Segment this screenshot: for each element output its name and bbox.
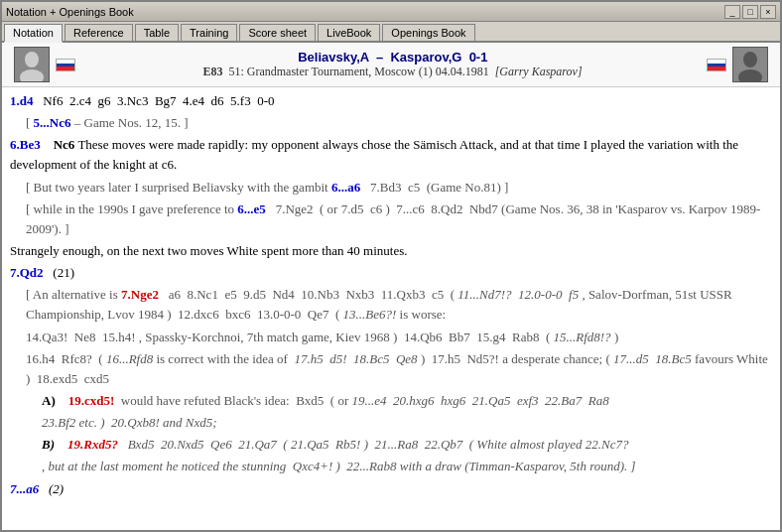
a-line: A) 19.cxd5! would have refuted Black's i… [42, 391, 772, 411]
note1: [ 5...Nc6 – Game Nos. 12, 15. ] [26, 113, 772, 133]
tab-training[interactable]: Training [181, 24, 237, 41]
window-controls: _ □ × [724, 5, 776, 19]
window-title: Notation + Openings Book [6, 6, 134, 18]
restore-button[interactable]: □ [742, 5, 758, 19]
svg-point-1 [25, 52, 39, 67]
game-header: Beliavsky,A – Kasparov,G 0-1 E83 51: Gra… [2, 43, 780, 87]
game-players: Beliavsky,A – Kasparov,G 0-1 [295, 50, 488, 65]
move7a-line: 7...a6 (2) [10, 479, 772, 499]
white-flag [56, 59, 75, 71]
a-line-cont: 23.Bf2 etc. ) 20.Qxb8! and Nxd5; [42, 413, 772, 433]
tab-livebook[interactable]: LiveBook [318, 24, 380, 41]
move7-line: 7.Qd2 (21) [10, 263, 772, 283]
svg-point-4 [743, 52, 757, 67]
close-button[interactable]: × [760, 5, 776, 19]
minimize-button[interactable]: _ [724, 5, 740, 19]
main-window: Notation + Openings Book _ □ × Notation … [0, 0, 782, 532]
var2-line: [ while in the 1990s I gave preference t… [26, 200, 772, 239]
tab-openingsbook[interactable]: Openings Book [382, 24, 474, 41]
game-header-center: Beliavsky,A – Kasparov,G 0-1 E83 51: Gra… [77, 50, 705, 79]
content-area: Beliavsky,A – Kasparov,G 0-1 E83 51: Gra… [2, 43, 780, 530]
var1-line: [ But two years later I surprised Beliav… [26, 178, 772, 198]
strangely-line: Strangely enough, on the next two moves … [10, 241, 772, 261]
alt-note-start: [ An alternative is 7.Nge2 a6 8.Nc1 e5 9… [26, 285, 772, 325]
black-avatar [732, 47, 768, 82]
move6-line: 6.Be3 Nc6 These moves were made rapidly:… [10, 135, 772, 175]
tab-notation[interactable]: Notation [4, 24, 63, 43]
tab-scoresheet[interactable]: Score sheet [239, 24, 316, 41]
tabs-bar: Notation Reference Table Training Score … [2, 22, 780, 43]
title-bar: Notation + Openings Book _ □ × [2, 2, 780, 22]
game-info: E83 51: Grandmaster Tournament, Moscow (… [199, 65, 582, 79]
b-line: B) 19.Rxd5? Bxd5 20.Nxd5 Qe6 21.Qa7 ( 21… [42, 435, 772, 455]
white-avatar [14, 47, 50, 82]
main-moves: 1.d4 Nf6 2.c4 g6 3.Nc3 Bg7 4.e4 d6 5.f3 … [10, 91, 772, 111]
tab-reference[interactable]: Reference [65, 24, 133, 41]
notation-scroll-area: 1.d4 Nf6 2.c4 g6 3.Nc3 Bg7 4.e4 d6 5.f3 … [2, 87, 780, 530]
b-line-cont: , but at the last moment he noticed the … [42, 457, 772, 476]
notation-content[interactable]: 1.d4 Nf6 2.c4 g6 3.Nc3 Bg7 4.e4 d6 5.f3 … [2, 87, 780, 530]
black-flag [707, 59, 726, 71]
alt-note-cont2: 16.h4 Rfc8? ( 16...Rfd8 is correct with … [26, 349, 772, 389]
tab-table[interactable]: Table [135, 24, 179, 41]
alt-note-cont: 14.Qa3! Ne8 15.h4! , Spassky-Korchnoi, 7… [26, 328, 772, 347]
